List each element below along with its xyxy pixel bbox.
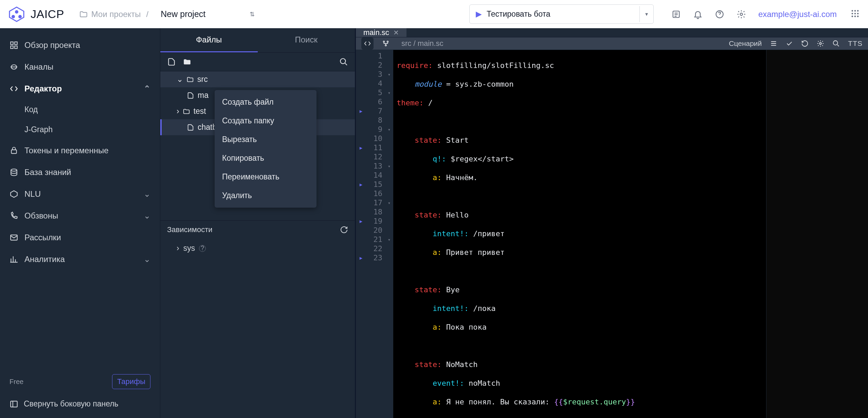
graph-view-button[interactable] bbox=[380, 37, 392, 50]
scenario-label[interactable]: Сценарий bbox=[729, 39, 762, 48]
code-token: NoMatch bbox=[441, 360, 477, 369]
context-cut[interactable]: Вырезать bbox=[215, 130, 317, 149]
logo-icon[interactable] bbox=[8, 6, 25, 23]
tts-button[interactable]: TTS bbox=[848, 39, 863, 48]
editor-tab-main[interactable]: main.sc ✕ bbox=[356, 28, 406, 37]
code-view-button[interactable] bbox=[361, 37, 374, 50]
play-marker-icon[interactable]: ▶ bbox=[360, 253, 362, 263]
bell-icon[interactable] bbox=[693, 10, 703, 19]
sidebar-item-label: Рассылки bbox=[24, 233, 61, 242]
svg-marker-0 bbox=[10, 7, 24, 21]
sidebar-item-channels[interactable]: Каналы bbox=[0, 56, 160, 78]
notes-icon[interactable] bbox=[671, 10, 681, 19]
dependency-sys[interactable]: › sys ? bbox=[160, 239, 355, 258]
file-panel: Файлы Поиск ⌄ src ma › bbox=[160, 28, 356, 418]
tree-label: test bbox=[194, 107, 206, 116]
svg-rect-17 bbox=[15, 42, 17, 45]
play-marker-icon[interactable]: ▶ bbox=[360, 216, 362, 226]
context-create-folder[interactable]: Создать папку bbox=[215, 111, 317, 130]
code-token: q!: bbox=[433, 155, 446, 163]
context-copy[interactable]: Копировать bbox=[215, 149, 317, 168]
sidebar-item-calls[interactable]: Обзвоны ⌄ bbox=[0, 205, 160, 227]
svg-point-28 bbox=[385, 45, 386, 46]
code-token: {{ bbox=[554, 398, 563, 406]
code-token: state: bbox=[415, 136, 441, 144]
tab-search[interactable]: Поиск bbox=[258, 28, 355, 52]
svg-point-25 bbox=[340, 58, 345, 64]
play-marker-icon[interactable]: ▶ bbox=[360, 180, 362, 189]
code-token: noMatch bbox=[464, 379, 500, 387]
code-token: theme: bbox=[397, 99, 423, 107]
help-icon[interactable] bbox=[715, 10, 724, 19]
collapse-sidebar[interactable]: Свернуть боковую панель bbox=[10, 399, 150, 408]
search-icon[interactable] bbox=[832, 40, 840, 47]
svg-rect-24 bbox=[11, 401, 17, 407]
search-icon[interactable] bbox=[339, 57, 348, 66]
collapse-label: Свернуть боковую панель bbox=[24, 399, 119, 408]
sidebar-item-analytics[interactable]: Аналитика ⌄ bbox=[0, 248, 160, 270]
check-icon[interactable] bbox=[785, 40, 793, 47]
test-bot-button[interactable]: ▶ Тестировать бота bbox=[470, 5, 639, 23]
plan-label: Free bbox=[10, 378, 23, 386]
gear-icon[interactable] bbox=[737, 10, 746, 19]
tree-folder-src[interactable]: ⌄ src bbox=[160, 71, 355, 87]
code-editor[interactable]: ▶ ▶ ▶ ▶ ▶ 123456789101112131415161718192… bbox=[356, 50, 868, 418]
file-toolbar bbox=[160, 53, 355, 71]
chevron-down-icon: ⌄ bbox=[144, 211, 150, 221]
tab-files[interactable]: Файлы bbox=[160, 28, 258, 52]
code-token: Привет привет bbox=[441, 248, 504, 257]
apps-grid-icon[interactable] bbox=[850, 9, 860, 20]
sidebar-item-label: NLU bbox=[24, 189, 41, 199]
list-icon[interactable] bbox=[770, 40, 777, 47]
undo-icon[interactable] bbox=[801, 40, 809, 47]
refresh-icon[interactable] bbox=[340, 226, 348, 234]
code-token: state: bbox=[415, 211, 441, 219]
play-marker-icon[interactable]: ▶ bbox=[360, 143, 362, 153]
help-icon[interactable]: ? bbox=[199, 245, 206, 252]
sidebar-item-label: Редактор bbox=[24, 84, 62, 93]
breadcrumb-projects[interactable]: Мои проекты / bbox=[79, 10, 148, 19]
new-folder-icon[interactable] bbox=[183, 57, 192, 66]
code-content[interactable]: require: slotfilling/slotFilling.sc modu… bbox=[393, 50, 766, 418]
svg-point-29 bbox=[820, 42, 822, 45]
svg-point-11 bbox=[854, 13, 856, 14]
sidebar-item-tokens[interactable]: Токены и переменные bbox=[0, 140, 160, 161]
code-token: Bye bbox=[441, 285, 459, 294]
sidebar-item-editor[interactable]: Редактор ⌃ bbox=[0, 78, 160, 100]
close-icon[interactable]: ✕ bbox=[393, 29, 399, 37]
svg-point-21 bbox=[11, 169, 17, 171]
gear-icon[interactable] bbox=[817, 40, 824, 47]
dependencies-header[interactable]: Зависимости bbox=[160, 220, 355, 239]
context-delete[interactable]: Удалить bbox=[215, 186, 317, 205]
tariffs-button[interactable]: Тарифы bbox=[112, 374, 150, 389]
svg-point-9 bbox=[857, 10, 859, 12]
minimap[interactable] bbox=[766, 50, 868, 418]
logo-area: JAICP bbox=[8, 6, 64, 23]
test-bot-caret[interactable]: ▾ bbox=[639, 6, 653, 22]
svg-point-15 bbox=[857, 15, 859, 17]
file-path: src / main.sc bbox=[401, 39, 443, 48]
project-select[interactable]: New project ⇅ bbox=[161, 9, 255, 19]
test-bot-dropdown[interactable]: ▶ Тестировать бота ▾ bbox=[469, 4, 654, 24]
context-create-file[interactable]: Создать файл bbox=[215, 93, 317, 111]
breakpoint-gutter[interactable]: ▶ ▶ ▶ ▶ ▶ bbox=[356, 50, 366, 418]
new-file-icon[interactable] bbox=[167, 57, 176, 66]
code-token: Start bbox=[441, 136, 468, 144]
svg-point-30 bbox=[833, 41, 838, 45]
topbar: JAICP Мои проекты / New project ⇅ ▶ Тест… bbox=[0, 0, 868, 28]
fold-gutter[interactable]: ▾▾▾▾▾▾ bbox=[385, 50, 393, 418]
sidebar-sub-jgraph[interactable]: J-Graph bbox=[0, 120, 160, 140]
sidebar-sub-code[interactable]: Код bbox=[0, 100, 160, 120]
sidebar-item-campaigns[interactable]: Рассылки bbox=[0, 227, 160, 248]
code-token: a: bbox=[433, 398, 442, 406]
play-marker-icon[interactable]: ▶ bbox=[360, 106, 362, 116]
sidebar-item-nlu[interactable]: NLU ⌄ bbox=[0, 183, 160, 205]
user-email[interactable]: example@just-ai.com bbox=[758, 10, 837, 19]
code-token: slotfilling/slotFilling.sc bbox=[433, 61, 554, 70]
sidebar-item-overview[interactable]: Обзор проекта bbox=[0, 34, 160, 56]
context-rename[interactable]: Переименовать bbox=[215, 168, 317, 186]
sidebar-item-knowledge[interactable]: База знаний bbox=[0, 161, 160, 183]
code-token: Начнём. bbox=[441, 173, 477, 182]
svg-point-3 bbox=[18, 15, 22, 18]
code-token: Hello bbox=[441, 211, 468, 219]
